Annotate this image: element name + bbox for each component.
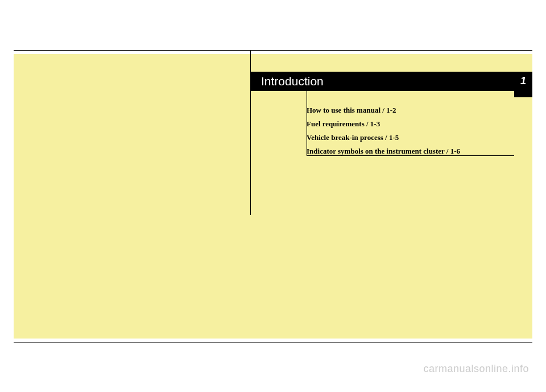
watermark-text: carmanualsonline.info bbox=[423, 363, 529, 375]
toc-bottom-rule bbox=[307, 155, 514, 156]
yellow-background-panel bbox=[14, 54, 532, 339]
chapter-title-bar: Introduction bbox=[251, 72, 514, 91]
toc-item: Vehicle break-in process / 1-5 bbox=[307, 133, 514, 142]
page-container: Introduction 1 How to use this manual / … bbox=[0, 0, 546, 392]
toc-item: Indicator symbols on the instrument clus… bbox=[307, 147, 514, 156]
bottom-horizontal-rule bbox=[14, 343, 532, 343]
top-horizontal-rule bbox=[14, 50, 532, 51]
toc-item: Fuel requirements / 1-3 bbox=[307, 119, 514, 129]
toc-item: How to use this manual / 1-2 bbox=[307, 106, 514, 115]
table-of-contents: How to use this manual / 1-2 Fuel requir… bbox=[307, 106, 514, 160]
chapter-number-box: 1 bbox=[514, 72, 532, 97]
chapter-number: 1 bbox=[520, 75, 526, 87]
chapter-title: Introduction bbox=[261, 75, 324, 88]
